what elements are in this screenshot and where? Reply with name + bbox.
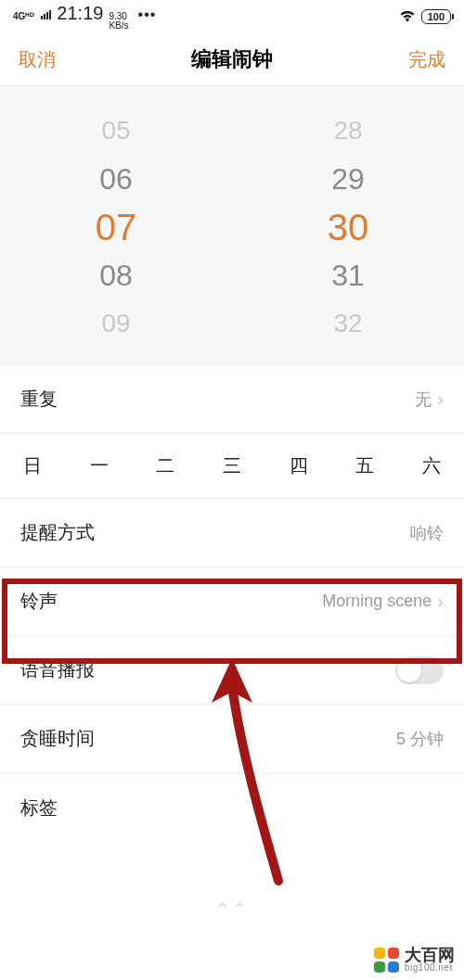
snooze-row[interactable]: 贪睡时间 5 分钟 [0, 705, 464, 773]
day-wed[interactable]: 三 [220, 453, 244, 478]
day-thu[interactable]: 四 [287, 453, 311, 478]
snooze-label: 贪睡时间 [20, 726, 95, 751]
remind-row[interactable]: 提醒方式 响铃 [0, 499, 464, 567]
voice-label: 语音播报 [20, 657, 95, 682]
hour-selected: 07 [96, 203, 137, 251]
voice-row[interactable]: 语音播报 [0, 636, 464, 705]
day-tue[interactable]: 二 [153, 453, 177, 478]
battery-icon: 100 [421, 9, 451, 24]
tag-row[interactable]: 标签 [0, 773, 464, 842]
hour-wheel[interactable]: 05 06 07 08 09 [0, 107, 232, 348]
day-mon[interactable]: 一 [87, 453, 111, 478]
ringtone-value: Morning scene [322, 592, 432, 611]
watermark-sub: big100.net [405, 963, 455, 973]
ringtone-label: 铃声 [20, 589, 58, 614]
chevron-right-icon: › [437, 388, 444, 410]
cancel-button[interactable]: 取消 [19, 47, 56, 72]
remind-value: 响铃 [410, 522, 444, 544]
nav-bar: 取消 编辑闹钟 完成 [0, 33, 464, 85]
watermark-main: 大百网 [405, 947, 455, 963]
remind-label: 提醒方式 [20, 520, 95, 545]
status-time: 21:19 [57, 3, 103, 24]
snooze-value: 5 分钟 [396, 728, 444, 750]
wifi-icon [399, 9, 416, 25]
minute-selected: 30 [328, 203, 369, 251]
ringtone-row[interactable]: 铃声 Morning scene › [0, 567, 464, 636]
voice-toggle[interactable] [395, 656, 444, 684]
day-fri[interactable]: 五 [353, 453, 377, 478]
watermark-logo-icon [374, 948, 399, 973]
settings-list: 重复 无 › 日 一 二 三 四 五 六 提醒方式 响铃 铃声 Morning … [0, 365, 464, 842]
status-bar: 4Gᴴᴰ 21:19 9.30 KB/s ••• 100 [0, 0, 464, 33]
time-picker[interactable]: 05 06 07 08 09 28 29 30 31 32 [0, 85, 464, 365]
days-row[interactable]: 日 一 二 三 四 五 六 [0, 434, 464, 499]
page-title: 编辑闹钟 [191, 45, 273, 73]
tag-label: 标签 [20, 795, 58, 821]
signal-icon [41, 10, 51, 19]
network-badge: 4Gᴴᴰ [13, 12, 34, 21]
more-dots-icon: ••• [138, 6, 157, 23]
done-button[interactable]: 完成 [408, 47, 445, 72]
watermark: 大百网 big100.net [374, 947, 455, 973]
repeat-row[interactable]: 重复 无 › [0, 365, 464, 434]
day-sun[interactable]: 日 [20, 453, 45, 478]
repeat-label: 重复 [20, 387, 58, 412]
status-left: 4Gᴴᴰ 21:19 9.30 KB/s ••• [13, 3, 156, 31]
home-indicator-icon: ⌃⌃ [214, 898, 250, 921]
net-speed: 9.30 KB/s [109, 12, 128, 31]
day-sat[interactable]: 六 [419, 453, 444, 478]
minute-wheel[interactable]: 28 29 30 31 32 [232, 107, 464, 348]
status-right: 100 [399, 9, 451, 25]
chevron-right-icon: › [437, 591, 444, 612]
repeat-value: 无 [415, 388, 432, 411]
